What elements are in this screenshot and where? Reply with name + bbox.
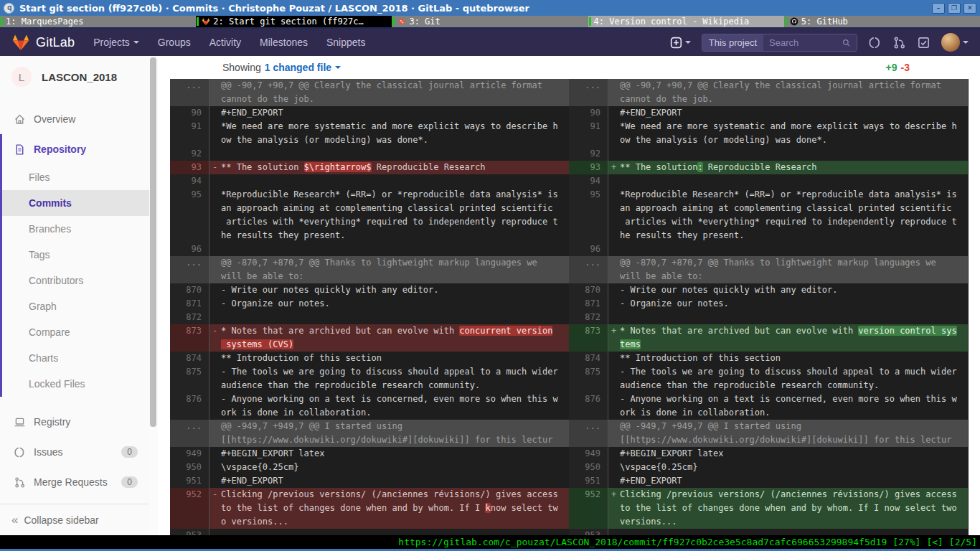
issues-nav-button[interactable] [868,36,882,50]
line-number[interactable]: 873 [569,324,608,352]
line-number[interactable]: 873 [170,324,209,352]
tab-label: 2: Start git section (ff927c… [213,17,364,27]
nav-link-milestones[interactable]: Milestones [260,37,308,48]
sidebar-scrollbar[interactable] [149,56,158,535]
line-number[interactable]: 92 [569,147,608,161]
sidebar-item-merge-requests[interactable]: Merge Requests0 [2,467,149,497]
line-number[interactable]: 872 [569,311,608,324]
browser-tab-3[interactable]: 3: Git [392,16,588,27]
line-number[interactable]: 95 [569,188,608,242]
sidebar-subitem-files[interactable]: Files [2,164,149,190]
diff-row-old-949: 949#+BEGIN_EXPORT latex [170,447,569,461]
line-number[interactable]: 91 [170,120,209,147]
line-number[interactable]: 875 [170,365,209,392]
diff-line-content: - Organize our notes. [209,297,569,311]
line-number[interactable]: 95 [170,188,209,242]
line-number[interactable]: 951 [569,474,608,488]
line-number[interactable]: 870 [170,283,209,297]
new-menu-button[interactable] [670,37,691,49]
line-number[interactable]: ... [170,256,209,283]
search-box[interactable]: This project Search [702,34,857,52]
line-number[interactable]: 950 [170,461,209,474]
browser-tab-4[interactable]: 4: Version control - Wikipedia [588,16,784,27]
word-diff-highlight: : [697,162,702,172]
line-number[interactable]: 94 [569,174,608,188]
collapse-sidebar-button[interactable]: « Collapse sidebar [0,504,149,535]
diff-row-old-95: 95*Reproducible Research* (=RR=) or *rep… [170,188,569,242]
sidebar-item-registry[interactable]: Registry [2,407,149,437]
line-number[interactable]: 96 [569,242,608,256]
line-number[interactable]: ... [170,420,209,447]
line-number[interactable]: 949 [170,447,209,461]
todos-nav-button[interactable] [917,36,930,50]
line-number[interactable]: 870 [569,283,608,297]
search-scope-chip[interactable]: This project [702,34,763,51]
line-number[interactable]: 876 [170,392,209,420]
line-number[interactable]: 952 [569,488,608,529]
sidebar-scrollbar-thumb[interactable] [150,57,156,427]
sidebar-subitem-graph[interactable]: Graph [2,293,149,319]
line-number[interactable]: 874 [170,352,209,365]
diff-row-new-874: 874** Introduction of this section [569,352,968,365]
line-number[interactable]: 94 [170,174,209,188]
line-number[interactable]: 91 [569,120,608,147]
nav-link-snippets[interactable]: Snippets [326,37,365,48]
diff-line-content: @@ -949,7 +949,7 @@ I started using [[ht… [608,420,968,447]
line-number[interactable]: 874 [569,352,608,365]
user-menu[interactable] [941,33,969,52]
sidebar-subitem-contributors[interactable]: Contributors [2,268,149,293]
diff-line-content: \vspace{0.25cm} [209,461,569,474]
line-number[interactable]: 90 [170,106,209,120]
search-input[interactable]: Search [763,34,857,51]
line-number[interactable]: ... [569,79,608,106]
line-number[interactable]: 92 [170,147,209,161]
sidebar-subitem-tags[interactable]: Tags [2,242,149,268]
line-number[interactable]: 951 [170,474,209,488]
nav-link-activity[interactable]: Activity [209,37,241,48]
line-number[interactable]: 93 [170,161,209,174]
merge-requests-nav-button[interactable] [892,36,906,50]
sidebar-item-overview[interactable]: Overview [2,104,149,134]
sidebar-subitem-charts[interactable]: Charts [2,345,149,371]
sidebar-item-issues[interactable]: Issues0 [2,437,149,467]
line-number[interactable]: 952 [170,488,209,529]
line-number[interactable]: 872 [170,311,209,324]
issues-icon [14,446,26,458]
tab-load-indicator [589,17,591,26]
count-badge: 0 [121,446,138,458]
browser-tab-1[interactable]: 1: MarquesPages [0,16,196,27]
browser-tab-2[interactable]: 2: Start git section (ff927c… [196,16,392,27]
diff-line-content: - Write our notes quickly with any edito… [209,283,569,297]
line-number[interactable]: 953 [569,529,608,535]
line-number[interactable]: 93 [569,161,608,174]
sidebar-subitem-locked-files[interactable]: Locked Files [2,371,149,397]
line-number[interactable]: ... [569,420,608,447]
line-number[interactable]: 953 [170,529,209,535]
diff-line-content: - The tools we are going to discuss shou… [608,365,968,392]
sidebar-section-overview: Overview [0,104,149,134]
sidebar-subitem-compare[interactable]: Compare [2,319,149,345]
sidebar-item-repository[interactable]: Repository [2,134,149,164]
maximize-button[interactable]: ❐ [948,3,961,14]
close-button[interactable]: ✕ [963,3,976,14]
line-number[interactable]: ... [170,79,209,106]
line-number[interactable]: 871 [170,297,209,311]
sidebar-subitem-commits[interactable]: Commits [2,190,149,216]
line-number[interactable]: ... [569,256,608,283]
line-number[interactable]: 949 [569,447,608,461]
line-number[interactable]: 875 [569,365,608,392]
line-number[interactable]: 90 [569,106,608,120]
project-header[interactable]: L LASCON_2018 [0,56,149,94]
nav-link-label: Milestones [260,37,308,48]
nav-link-groups[interactable]: Groups [158,37,191,48]
line-number[interactable]: 950 [569,461,608,474]
line-number[interactable]: 96 [170,242,209,256]
sidebar-subitem-branches[interactable]: Branches [2,216,149,242]
nav-link-projects[interactable]: Projects [93,37,139,48]
line-number[interactable]: 871 [569,297,608,311]
browser-tab-5[interactable]: 5: GitHub [784,16,980,27]
minimize-button[interactable]: – [932,3,945,14]
changed-files-dropdown[interactable]: 1 changed file [265,62,341,73]
gitlab-logo[interactable]: GitLab [11,34,75,51]
line-number[interactable]: 876 [569,392,608,420]
